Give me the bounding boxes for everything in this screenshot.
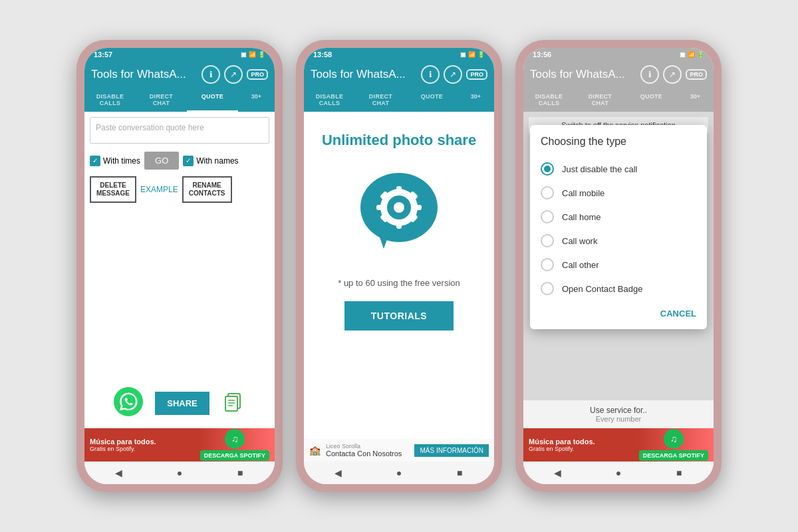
home-nav-3[interactable]: ● [611,466,626,480]
go-button[interactable]: GO [144,152,179,170]
radio-circle-just-disable[interactable] [541,162,554,176]
copy-icon[interactable] [220,388,247,418]
tab-disable-calls-2[interactable]: DISABLECALLS [304,89,355,112]
share-icon-3: ↗ [669,70,676,79]
pro-badge-2[interactable]: PRO [466,69,487,80]
phone-content-1: Paste conversation quote here ✓ With tim… [84,112,275,462]
svg-rect-13 [376,205,384,210]
notch-1 [160,48,200,59]
svg-point-10 [394,202,404,213]
whatsapp-icon[interactable] [112,386,144,420]
info-icon-3: ℹ [648,70,652,79]
tutorials-button-2[interactable]: TUTORIALS [344,301,454,331]
tab-quote-1[interactable]: QUOTE [187,89,238,112]
notch-3 [598,48,638,59]
home-nav-1[interactable]: ● [172,466,187,480]
tab-disable-calls-3[interactable]: DISABLECALLS [523,89,575,112]
header-icons-2: ℹ ↗ PRO [421,65,487,84]
radio-option-call-other[interactable]: Call other [541,253,696,277]
radio-option-call-mobile[interactable]: Call mobile [541,181,696,205]
status-time-3: 13:56 [533,51,551,59]
pro-badge-3[interactable]: PRO [686,69,707,80]
tab-direct-chat-3[interactable]: DIRECTCHAT [575,89,626,112]
radio-option-call-work[interactable]: Call work [541,229,696,253]
promo-icon-2 [349,162,449,265]
radio-option-open-contact-badge[interactable]: Open Contact Badge [541,277,696,301]
tab-quote-2[interactable]: QUOTE [406,89,458,112]
mas-info-button-2[interactable]: MÁS INFORMACIÓN [414,444,489,457]
radio-label-call-mobile: Call mobile [562,188,604,198]
with-times-checkbox[interactable]: ✓ [90,156,100,166]
delete-message-button[interactable]: DELETEMESSAGE [90,176,136,203]
phone-2-wrapper: 13:58 ▣ 📶 🔋 Tools for WhatsA... ℹ [296,40,502,492]
tab-direct-chat-2[interactable]: DIRECTCHAT [355,89,406,112]
app-title-1: Tools for WhatsA... [91,68,186,81]
radio-option-just-disable[interactable]: Just disable the call [541,157,696,181]
cancel-button-3[interactable]: CANCEL [660,309,696,319]
promo-subtitle-2: * up to 60 using the free version [338,278,460,288]
share-button-3[interactable]: ↗ [663,65,682,84]
share-button-2[interactable]: ↗ [444,65,462,84]
tab-direct-chat-1[interactable]: DIRECTCHAT [136,89,187,112]
status-time-1: 13:57 [94,51,112,59]
phone-1: 13:57 ▣ 📶 🔋 Tools for WhatsA... ℹ [76,40,283,492]
svg-rect-14 [414,205,422,210]
phone-2-inner: 13:58 ▣ 📶 🔋 Tools for WhatsA... ℹ [304,48,494,484]
info-button-1[interactable]: ℹ [201,65,220,84]
radio-label-just-disable: Just disable the call [562,164,637,174]
radio-circle-call-other[interactable] [541,258,554,271]
with-names-checkbox[interactable]: ✓ [183,156,194,166]
share-button-main-1[interactable]: SHARE [155,392,209,415]
back-nav-1[interactable]: ◀ [112,466,126,480]
ad-download-btn-1[interactable]: DESCARGA SPOTIFY [200,450,269,461]
signal-icon: 📶 [249,51,256,58]
nav-tabs-2: DISABLECALLS DIRECTCHAT QUOTE 30+ [304,89,494,112]
radio-circle-call-mobile[interactable] [541,186,554,200]
ad-text-block-1: Música para todos. Gratis en Spotify. [90,438,196,452]
rename-contacts-button[interactable]: RENAMECONTACTS [182,176,232,203]
spotify-logo-icon-3: ♫ [670,434,678,444]
quote-input-1[interactable]: Paste conversation quote here [90,117,269,144]
status-icons-1: ▣ 📶 🔋 [241,51,265,58]
phone-1-inner: 13:57 ▣ 📶 🔋 Tools for WhatsA... ℹ [84,48,275,484]
spotify-logo-icon: ♫ [231,434,239,444]
app-title-2: Tools for WhatsA... [311,68,406,81]
battery-icon-3: 🔋 [697,51,704,58]
info-button-2[interactable]: ℹ [421,65,440,84]
status-time-2: 13:58 [313,51,332,59]
radio-circle-call-work[interactable] [541,234,554,247]
status-icons-3: ▣ 📶 🔋 [680,51,704,58]
tab-disable-calls-1[interactable]: DISABLECALLS [84,89,136,112]
example-button[interactable]: EXAMPLE [140,185,178,194]
quote-controls-1: ✓ With times GO ✓ With names [90,152,269,170]
radio-option-call-home[interactable]: Call home [541,205,696,229]
ad-subtitle-3: Gratis en Spotify. [529,446,635,452]
tab-more-3[interactable]: 30+ [677,89,714,112]
recent-nav-2[interactable]: ■ [452,466,467,480]
radio-circle-call-home[interactable] [541,210,554,223]
tab-more-2[interactable]: 30+ [458,89,494,112]
recent-nav-3[interactable]: ■ [672,466,686,480]
tab-quote-3[interactable]: QUOTE [626,89,677,112]
ad-title-3: Música para todos. [529,438,635,446]
tab-more-1[interactable]: 30+ [238,89,275,112]
signal-icon-3: 📶 [688,51,695,58]
pro-badge-1[interactable]: PRO [247,69,268,80]
header-icons-1: ℹ ↗ PRO [201,65,268,84]
ad-download-btn-3[interactable]: DESCARGA SPOTIFY [639,450,708,461]
radio-inner-just-disable [544,166,551,172]
check-icon-times: ✓ [92,157,98,164]
radio-circle-open-contact-badge[interactable] [541,282,554,295]
radio-label-call-home: Call home [562,212,601,222]
promo-title-2: Unlimited photo share [322,132,476,149]
radio-label-call-other: Call other [562,260,599,270]
back-nav-3[interactable]: ◀ [551,466,565,480]
recent-nav-1[interactable]: ■ [233,466,247,480]
cast-icon-2: ▣ [460,51,466,58]
share-button-1[interactable]: ↗ [224,65,243,84]
info-button-3[interactable]: ℹ [640,65,659,84]
home-nav-2[interactable]: ● [392,466,406,480]
signal-icon-2: 📶 [468,51,475,58]
back-nav-2[interactable]: ◀ [331,466,346,480]
cast-icon-3: ▣ [680,51,686,58]
